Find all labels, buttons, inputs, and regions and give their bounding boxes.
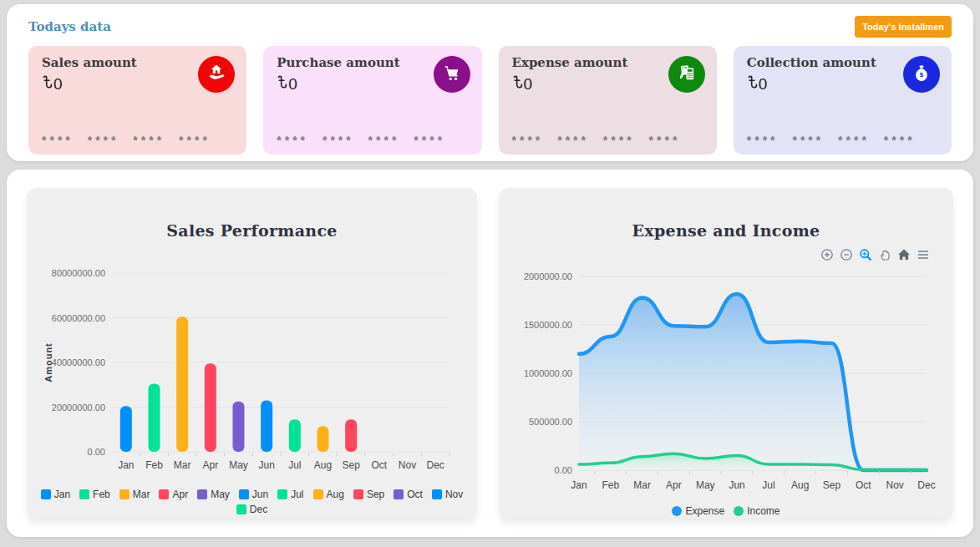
x-tick-label: Jun: [258, 459, 274, 471]
legend-marker: [672, 506, 682, 516]
bar-feb[interactable]: [149, 383, 160, 452]
menu-icon[interactable]: [917, 248, 930, 261]
x-tick-label: Jan: [571, 479, 586, 491]
taka-symbol: [512, 74, 523, 94]
pan-icon[interactable]: [878, 248, 891, 261]
x-tick-label: Jun: [729, 479, 744, 491]
chart-toolbar: [510, 246, 930, 263]
legend-item-nov[interactable]: Nov: [432, 489, 463, 500]
masked-number: **** **** **** ****: [512, 134, 681, 147]
legend-marker: [432, 489, 442, 499]
svg-text:$: $: [920, 71, 924, 79]
legend-item-may[interactable]: May: [197, 489, 230, 500]
summary-cards-row: Sales amount 0 **** **** **** ****: [28, 46, 952, 154]
legend-item-jun[interactable]: Jun: [239, 489, 268, 500]
card-amount-value: 0: [53, 75, 63, 94]
legend-item-jan[interactable]: Jan: [41, 489, 70, 500]
x-tick-label: Mar: [174, 459, 191, 471]
y-axis-title: Amount: [43, 342, 53, 382]
y-tick-label: 1000000.00: [524, 368, 572, 378]
bar-may[interactable]: [233, 402, 245, 452]
selection-zoom-icon[interactable]: [859, 248, 872, 261]
y-tick-label: 60000000.00: [52, 313, 105, 323]
shopping-cart-icon: [441, 63, 462, 87]
legend-label: Mar: [133, 489, 150, 500]
section-title: Todays data: [28, 19, 111, 34]
expense-income-legend: ExpenseIncome: [510, 505, 942, 517]
bar-mar[interactable]: [176, 317, 188, 452]
expense-income-card: Expense and Income 0.00500000.001000000.…: [499, 188, 953, 519]
y-tick-label: 20000000.00: [52, 403, 105, 413]
masked-number: **** **** **** ****: [277, 134, 445, 147]
bar-apr[interactable]: [205, 363, 216, 452]
legend-marker: [239, 489, 249, 499]
legend-marker: [734, 506, 744, 516]
legend-item-feb[interactable]: Feb: [79, 489, 110, 500]
card-amount-value: 0: [759, 75, 768, 94]
legend-marker: [41, 489, 51, 499]
money-bag-icon: $: [911, 62, 932, 87]
bar-jan[interactable]: [120, 406, 132, 452]
x-tick-label: Nov: [886, 479, 904, 491]
bar-sep[interactable]: [345, 419, 357, 452]
legend-marker: [79, 489, 89, 499]
legend-marker: [236, 504, 246, 514]
expense-chart-title: Expense and Income: [510, 221, 942, 240]
legend-item-apr[interactable]: Apr: [159, 489, 188, 500]
bar-aug[interactable]: [317, 426, 329, 452]
legend-item-sep[interactable]: Sep: [353, 489, 384, 500]
legend-item-expense[interactable]: Expense: [672, 505, 724, 517]
zoom-in-icon[interactable]: [820, 248, 834, 261]
x-tick-label: Sep: [342, 459, 360, 471]
legend-label: Feb: [93, 489, 110, 500]
legend-item-income[interactable]: Income: [734, 505, 779, 517]
legend-label: Expense: [685, 505, 724, 517]
legend-marker: [159, 489, 169, 499]
legend-marker: [119, 489, 129, 499]
card-amount-value: 0: [524, 75, 533, 94]
purchase-amount-card: Purchase amount 0 **** **** **** ****: [263, 46, 481, 154]
hand-holding-house-icon: [206, 62, 227, 87]
x-tick-label: Dec: [917, 479, 935, 491]
legend-label: Jun: [252, 489, 268, 500]
sales-performance-card: Sales Performance 0.0020000000.004000000…: [27, 188, 477, 519]
legend-item-jul[interactable]: Jul: [277, 489, 303, 500]
legend-marker: [197, 489, 207, 499]
legend-item-mar[interactable]: Mar: [119, 489, 150, 500]
x-tick-label: Apr: [202, 459, 218, 471]
x-tick-label: Feb: [145, 459, 163, 471]
x-tick-label: Oct: [371, 459, 387, 471]
home-icon[interactable]: [897, 248, 911, 261]
taka-symbol: [747, 74, 758, 94]
sales-amount-card: Sales amount 0 **** **** **** ****: [28, 46, 246, 154]
collection-amount-card: Collection amount 0 $ **** **** **** ***…: [734, 46, 952, 154]
legend-label: Dec: [250, 504, 267, 515]
x-tick-label: Nov: [399, 459, 416, 471]
todays-data-panel: Todays data Today's Installmen Sales amo…: [7, 4, 973, 161]
legend-item-oct[interactable]: Oct: [394, 489, 423, 500]
x-tick-label: Jul: [762, 479, 774, 491]
y-tick-label: 0.00: [555, 465, 572, 475]
legend-label: Nov: [445, 489, 463, 500]
taka-symbol: [277, 74, 287, 94]
legend-item-aug[interactable]: Aug: [313, 489, 344, 500]
todays-installment-button[interactable]: Today's Installmen: [855, 16, 952, 38]
x-tick-label: Jan: [118, 459, 134, 471]
x-tick-label: Aug: [314, 459, 332, 471]
expense-amount-card: Expense amount 0: [499, 46, 717, 154]
bar-jul[interactable]: [289, 419, 301, 452]
masked-number: **** **** **** ****: [747, 134, 916, 147]
bar-jun[interactable]: [261, 400, 272, 452]
x-tick-label: Feb: [602, 479, 619, 491]
x-tick-label: May: [229, 459, 248, 471]
legend-item-dec[interactable]: Dec: [236, 504, 267, 515]
legend-label: Income: [747, 505, 779, 517]
x-tick-label: Mar: [633, 479, 651, 491]
expense-income-area-chart[interactable]: 0.00500000.001000000.001500000.002000000…: [510, 263, 942, 497]
legend-marker: [394, 489, 404, 499]
x-tick-label: May: [696, 479, 715, 491]
y-tick-label: 1500000.00: [524, 320, 572, 330]
legend-marker: [313, 489, 323, 499]
sales-bar-chart[interactable]: 0.0020000000.0040000000.0060000000.00800…: [38, 261, 456, 480]
zoom-out-icon[interactable]: [840, 248, 853, 261]
